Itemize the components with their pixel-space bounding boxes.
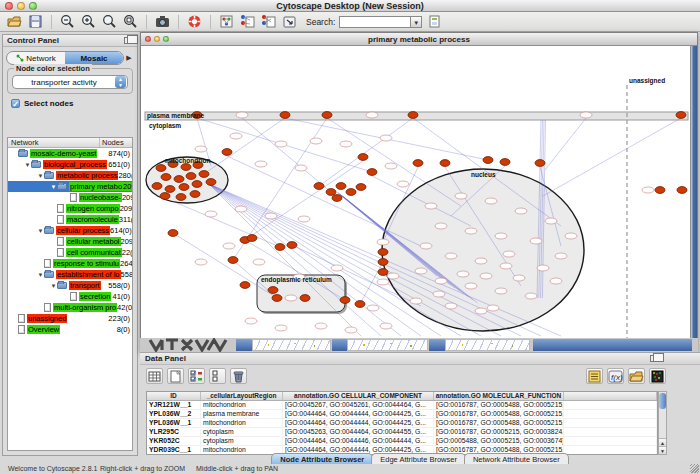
gene-node[interactable] — [487, 305, 499, 311]
selected-gene-node[interactable] — [190, 191, 200, 198]
network-canvas[interactable]: plasma membranecytoplasmmitochondrionnuc… — [141, 46, 691, 338]
gene-node[interactable] — [565, 233, 577, 239]
gene-node[interactable] — [275, 325, 287, 331]
gene-node[interactable] — [495, 233, 507, 239]
column-header-1[interactable]: _cellularLayoutRegion — [201, 392, 283, 400]
gene-node[interactable] — [550, 278, 562, 284]
column-header-2[interactable]: annotation.GO CELLULAR_COMPONENT — [283, 392, 434, 400]
selected-gene-node[interactable] — [378, 249, 388, 256]
selected-gene-node[interactable] — [355, 301, 365, 308]
gene-node[interactable] — [310, 138, 322, 144]
expand-arrow-icon[interactable]: ▼ — [24, 162, 31, 168]
gene-node[interactable] — [377, 239, 389, 245]
gene-node[interactable] — [265, 213, 277, 219]
gene-node[interactable] — [315, 323, 327, 329]
gene-node[interactable] — [445, 253, 457, 259]
tree-column-nodes[interactable]: Nodes — [100, 138, 132, 147]
selected-gene-node[interactable] — [186, 173, 196, 180]
selected-gene-node[interactable] — [336, 183, 346, 190]
gene-node[interactable] — [530, 238, 542, 244]
selected-gene-node[interactable] — [199, 171, 209, 178]
selected-gene-node[interactable] — [228, 257, 238, 264]
expand-arrow-icon[interactable]: ▼ — [37, 173, 44, 179]
gene-node[interactable] — [223, 243, 235, 249]
network-vertical-scrollbar[interactable] — [690, 46, 697, 338]
selected-gene-node[interactable] — [272, 295, 282, 302]
zoom-selected-icon[interactable] — [101, 14, 118, 30]
zoom-in-icon[interactable] — [80, 14, 97, 30]
gene-node[interactable] — [545, 218, 557, 224]
tree-row-nitrogen-compo[interactable]: nitrogen compo209(0) — [8, 203, 132, 214]
selected-gene-node[interactable] — [314, 183, 324, 190]
attribute-table-icon[interactable] — [146, 368, 163, 384]
window-resize-grip[interactable] — [690, 464, 699, 473]
tree-row-multi-organism-pro[interactable]: multi-organism pro42(0) — [8, 302, 132, 313]
tree-row-biological-process[interactable]: ▼biological_process651(0) — [8, 159, 132, 170]
gene-node[interactable] — [285, 295, 297, 301]
zoom-out-icon[interactable] — [59, 14, 76, 30]
selected-gene-node[interactable] — [174, 176, 184, 183]
tree-row-mosaic-demo-yeast[interactable]: mosaic-demo-yeast874(0) — [8, 148, 132, 159]
gene-node[interactable] — [465, 228, 477, 234]
selected-gene-node[interactable] — [408, 112, 418, 119]
attribute-list-icon[interactable] — [586, 368, 603, 384]
gene-node[interactable] — [230, 133, 242, 139]
search-input[interactable] — [339, 16, 411, 28]
gene-node[interactable] — [245, 318, 257, 324]
column-header-3[interactable]: annotation.GO MOLECULAR_FUNCTION — [434, 392, 564, 400]
gene-node[interactable] — [397, 181, 409, 187]
tree-row-macromolecule[interactable]: macromolecule311(0) — [8, 214, 132, 225]
gene-node[interactable] — [340, 141, 352, 147]
import-attributes-icon[interactable] — [628, 368, 645, 384]
tree-column-network[interactable]: Network — [8, 138, 100, 147]
selected-gene-node[interactable] — [332, 195, 342, 202]
gene-node[interactable] — [331, 265, 343, 271]
tree-row-nucleobase-[interactable]: nucleobase-209(0) — [8, 192, 132, 203]
tab-network[interactable]: Network — [7, 52, 65, 64]
tree-row-cell-communicat[interactable]: cell communicat22(0) — [8, 247, 132, 258]
snapshot-icon[interactable] — [154, 14, 171, 30]
selected-gene-node[interactable] — [300, 295, 310, 302]
selected-gene-node[interactable] — [535, 160, 545, 167]
tree-row-primary-metabo[interactable]: ▼primary metabo209(... — [8, 181, 132, 192]
selected-gene-node[interactable] — [168, 230, 178, 237]
plugin-manager-icon[interactable] — [281, 14, 298, 30]
table-row[interactable]: YPL036W__1mitochondrion[GO:0044464, GO:0… — [147, 419, 657, 428]
selected-gene-node[interactable] — [356, 184, 366, 191]
gene-node[interactable] — [475, 258, 487, 264]
zoom-fit-icon[interactable] — [122, 14, 139, 30]
selected-gene-node[interactable] — [240, 282, 250, 289]
selected-gene-node[interactable] — [346, 189, 356, 196]
tree-row-unassigned[interactable]: unassigned223(0) — [8, 313, 132, 324]
selected-gene-node[interactable] — [152, 183, 162, 190]
tree-row-overview[interactable]: Overview8(0) — [8, 324, 132, 335]
gene-node[interactable] — [480, 273, 492, 279]
gene-node[interactable] — [377, 279, 389, 285]
tree-row-cellular-process[interactable]: ▼cellular process614(0) — [8, 225, 132, 236]
function-builder-icon[interactable]: f(x) — [607, 368, 624, 384]
tree-row-response-to-stimulu[interactable]: response to stimulu264(0) — [8, 258, 132, 269]
gene-node[interactable] — [195, 146, 207, 152]
tab-mosaic[interactable]: Mosaic — [65, 52, 123, 64]
float-panel-icon[interactable] — [124, 37, 133, 44]
gene-node[interactable] — [195, 259, 207, 265]
gene-node[interactable] — [235, 206, 247, 212]
gene-node[interactable] — [513, 275, 525, 281]
import-network-icon[interactable] — [239, 14, 256, 30]
scrollbar-thumb[interactable] — [659, 393, 666, 409]
gene-node[interactable] — [385, 163, 397, 169]
gene-node[interactable] — [366, 112, 378, 118]
gene-node[interactable] — [255, 161, 267, 167]
search-dropdown-arrow-icon[interactable]: ▼ — [411, 16, 422, 28]
gene-node[interactable] — [495, 288, 507, 294]
tab-overflow-button[interactable]: ▶ — [124, 54, 134, 62]
vizmapper-icon[interactable] — [218, 14, 235, 30]
selected-gene-node[interactable] — [161, 174, 171, 181]
selected-gene-node[interactable] — [160, 193, 170, 200]
tree-row-establishment-of-lo[interactable]: ▼establishment of lo558(0) — [8, 269, 132, 280]
gene-node[interactable] — [420, 243, 432, 249]
select-attributes-icon[interactable] — [188, 368, 205, 384]
gene-node[interactable] — [380, 135, 392, 141]
selected-gene-node[interactable] — [440, 160, 450, 167]
selected-gene-node[interactable] — [179, 184, 189, 191]
